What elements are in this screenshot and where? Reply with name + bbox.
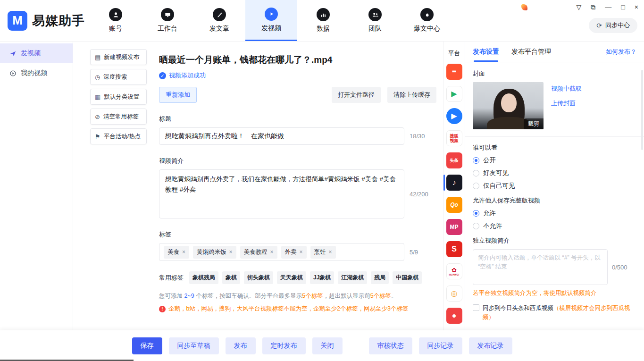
tab-platform-management[interactable]: 发布平台管理: [511, 42, 551, 62]
platform-haokan-video[interactable]: ▶: [443, 108, 465, 124]
independent-description-note: 若平台独立视频简介为空，将使用默认视频简介: [473, 289, 636, 297]
remove-tag-icon[interactable]: ×: [229, 249, 233, 255]
allow-save-option-deny[interactable]: 不允许: [473, 222, 636, 230]
how-to-publish-link[interactable]: 如何发布？: [606, 48, 636, 56]
crop-button[interactable]: 裁剪: [524, 118, 544, 129]
sidebar-item-publish-video[interactable]: 发视频: [0, 43, 73, 63]
platform-stripes-app[interactable]: ≡: [443, 64, 465, 80]
nav-item-workbench[interactable]: 工作台: [142, 0, 193, 41]
platform-rail: 平台 ≡ ▶ ▶ 搜狐视频 头条 ♪ Qo MP S ✿HUAWEI ◎ ●: [443, 42, 465, 330]
default-category-button[interactable]: ▦ 默认分类设置: [90, 89, 147, 105]
maximize-button[interactable]: □: [621, 4, 625, 10]
platform-toutiao[interactable]: 头条: [443, 152, 465, 168]
sync-center-button[interactable]: ⟳ 同步中心: [589, 18, 637, 33]
main-nav: 账号 工作台 发文章 发视频 数据 团队 爆文中心: [90, 0, 453, 41]
tags-hint: 您可添加 2~9 个标签，按回车确认。部分平台最多显示5个标签，超出默认显示前5…: [159, 292, 436, 300]
remove-tag-icon[interactable]: ×: [329, 249, 332, 255]
clear-upload-cache-button[interactable]: 清除上传缓存: [387, 87, 436, 103]
grid-icon: ▦: [95, 93, 100, 101]
settings-tabs: 发布设置 发布平台管理 如何发布？: [465, 42, 644, 62]
platform-weixin-mp[interactable]: MP: [443, 219, 465, 235]
minimize-button[interactable]: —: [605, 4, 611, 10]
allow-save-option-allow[interactable]: 允许: [473, 209, 636, 218]
common-tag-chip[interactable]: 天天象棋: [277, 271, 306, 284]
list-icon: ▤: [95, 54, 100, 61]
platform-weibo[interactable]: ◎: [443, 285, 465, 302]
visibility-option-private[interactable]: 仅自己可见: [473, 182, 636, 190]
platform-tencent-video[interactable]: ▶: [443, 86, 465, 102]
nav-item-publish-video[interactable]: 发视频: [245, 0, 297, 41]
common-tag-chip[interactable]: 街头象棋: [244, 271, 273, 284]
platform-sohu-video[interactable]: 搜狐视频: [443, 130, 465, 146]
clear-common-tags-button[interactable]: ⊘ 清空常用标签: [90, 109, 147, 125]
sidebar-item-my-videos[interactable]: 我的视频: [0, 63, 73, 83]
remove-tag-icon[interactable]: ×: [182, 249, 185, 255]
clear-icon: ⊘: [95, 113, 100, 120]
common-tag-chip[interactable]: 中国象棋: [393, 271, 422, 284]
stripes-app-icon: ≡: [446, 64, 462, 80]
independent-description-textarea[interactable]: [473, 249, 608, 285]
shield-icon[interactable]: ▽: [577, 4, 582, 10]
sync-to-draft-button[interactable]: 同步至草稿: [169, 337, 219, 354]
exclamation-icon: !: [159, 306, 166, 312]
tag-chip[interactable]: 烹饪×: [310, 246, 336, 259]
nav-item-hot-center[interactable]: 爆文中心: [401, 0, 453, 41]
new-video-publish-button[interactable]: ▤ 新建视频发布: [90, 49, 147, 65]
scrollbar[interactable]: [641, 70, 643, 150]
visibility-option-friends[interactable]: 好友可见: [473, 169, 636, 177]
capture-from-video-link[interactable]: 视频中截取: [551, 84, 582, 93]
review-status-button[interactable]: 审核状态: [369, 337, 412, 354]
common-tag-chip[interactable]: 象棋残局: [189, 271, 218, 284]
common-tags-label: 常用标签: [159, 274, 184, 282]
weibo-icon: ◎: [446, 285, 462, 302]
nav-item-data[interactable]: 数据: [297, 0, 349, 41]
tag-chip[interactable]: 美食×: [164, 246, 189, 259]
sync-toutiao-checkbox[interactable]: 同步到今日头条和西瓜视频（横屏视频才会同步到西瓜视频）: [473, 304, 636, 322]
tag-chip[interactable]: 美食教程×: [240, 246, 277, 259]
common-tag-chip[interactable]: 江湖象棋: [338, 271, 367, 284]
radio-icon: [473, 170, 479, 176]
close-form-button[interactable]: 关闭: [312, 337, 343, 354]
platform-huawei[interactable]: ✿HUAWEI: [443, 263, 465, 279]
common-tag-chip[interactable]: JJ象棋: [310, 271, 334, 284]
title-counter: 18/30: [410, 133, 425, 140]
title-label: 标题: [159, 115, 436, 123]
platform-douyin[interactable]: ♪: [443, 175, 465, 191]
app-logo: M 易媒助手: [0, 0, 90, 41]
nav-item-team[interactable]: 团队: [349, 0, 401, 41]
scheduled-publish-button[interactable]: 定时发布: [262, 337, 306, 354]
close-button[interactable]: ×: [635, 4, 638, 10]
platform-activity-button[interactable]: ⚑ 平台活动/热点: [90, 128, 147, 144]
remove-tag-icon[interactable]: ×: [300, 249, 303, 255]
logo-icon: M: [8, 11, 27, 31]
nav-item-article[interactable]: 发文章: [193, 0, 245, 41]
remove-tag-icon[interactable]: ×: [270, 249, 274, 255]
common-tag-chip[interactable]: 象棋: [222, 271, 240, 284]
open-file-path-button[interactable]: 打开文件路径: [332, 87, 381, 103]
save-button[interactable]: 保存: [132, 337, 162, 354]
tencent-video-icon: ▶: [446, 86, 462, 102]
deep-search-button[interactable]: ◷ 深度搜索: [90, 69, 147, 85]
visibility-option-public[interactable]: 公开: [473, 156, 636, 165]
upload-cover-link[interactable]: 上传封面: [551, 99, 582, 108]
screenshot-icon[interactable]: ⧉: [591, 4, 595, 10]
common-tag-chip[interactable]: 残局: [371, 271, 389, 284]
description-textarea[interactable]: 想吃黄焖鸡别再点外卖了，我们在家也能做，方法很简单#黄焖鸡米饭 #美食 #美食教…: [159, 169, 404, 218]
title-input[interactable]: [159, 127, 404, 145]
clock-icon: ◷: [95, 74, 100, 81]
readd-video-button[interactable]: 重新添加: [159, 87, 197, 103]
platform-s[interactable]: S: [443, 241, 465, 257]
play-icon: [265, 8, 278, 21]
tags-input[interactable]: 美食× 黄焖鸡米饭× 美食教程× 外卖× 烹饪×: [159, 243, 404, 261]
publish-button[interactable]: 发布: [226, 337, 256, 354]
tag-chip[interactable]: 黄焖鸡米饭×: [193, 246, 236, 259]
platform-red[interactable]: ●: [443, 308, 465, 324]
tab-publish-settings[interactable]: 发布设置: [473, 42, 499, 62]
sync-records-button[interactable]: 同步记录: [419, 337, 462, 354]
publish-records-button[interactable]: 发布记录: [469, 337, 512, 354]
nav-item-account[interactable]: 账号: [90, 0, 142, 41]
footer-actions: 保存 同步至草稿 发布 定时发布 关闭 审核状态 同步记录 发布记录: [0, 330, 644, 361]
tag-chip[interactable]: 外卖×: [281, 246, 307, 259]
radio-selected-icon: [473, 157, 479, 164]
platform-qq-world[interactable]: Qo: [443, 197, 465, 213]
